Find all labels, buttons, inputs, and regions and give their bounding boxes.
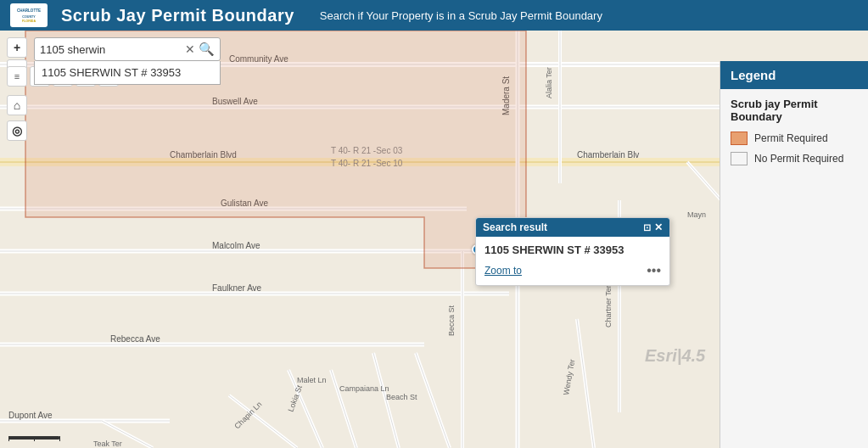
legend-item-no-permit: No Permit Required [731,152,858,165]
svg-text:Faulkner Ave: Faulkner Ave [212,283,262,293]
legend-label-permit-required: Permit Required [754,132,828,144]
popup-resize-button[interactable]: ⊡ [643,222,651,233]
popup-more-options[interactable]: ••• [647,263,661,278]
legend-header: Legend [720,61,868,89]
zoom-in-button[interactable]: + [7,37,27,58]
svg-text:Teak Ter: Teak Ter [93,440,122,448]
svg-text:Rebecca Ave: Rebecca Ave [110,334,160,344]
search-box[interactable]: ✕ 🔍 [34,37,221,61]
legend-title: Scrub jay Permit Boundary [731,98,858,123]
svg-text:FLORIDA: FLORIDA [22,20,36,23]
search-area: ✕ 🔍 1105 SHERWIN ST # 33953 [34,37,221,85]
legend-swatch-required [731,132,748,145]
svg-text:Mayn: Mayn [687,210,706,219]
svg-text:Malcolm Ave: Malcolm Ave [212,241,260,250]
svg-text:COUNTY: COUNTY [22,15,36,19]
svg-text:Chartner Ter: Chartner Ter [604,285,613,328]
logo-area: CHARLOTTE COUNTY FLORIDA [10,3,48,27]
app-header: CHARLOTTE COUNTY FLORIDA Scrub Jay Permi… [0,0,868,31]
popup-body: 1105 SHERWIN ST # 33953 Zoom to ••• [476,237,669,285]
layer-tool-button[interactable]: ≡ [7,66,27,87]
app-title: Scrub Jay Permit Boundary [61,6,294,25]
locate-button[interactable]: ◎ [7,120,27,141]
search-clear-button[interactable]: ✕ [185,42,195,56]
popup-title: Search result [483,221,547,233]
search-submit-button[interactable]: 🔍 [199,42,215,57]
svg-text:Dupont Ave: Dupont Ave [8,411,53,420]
popup-footer: Zoom to ••• [484,263,661,278]
svg-text:CHARLOTTE: CHARLOTTE [17,8,41,13]
svg-rect-67 [34,436,35,441]
autocomplete-dropdown[interactable]: 1105 SHERWIN ST # 33953 [34,61,221,85]
map-container[interactable]: Community Ave Buswell Ave Chamberlain Bl… [0,31,868,448]
svg-rect-68 [8,436,9,441]
popup-close-button[interactable]: ✕ [654,221,663,233]
zoom-to-link[interactable]: Zoom to [484,265,522,277]
svg-text:Alalia Ter: Alalia Ter [545,67,553,98]
charlotte-county-logo: CHARLOTTE COUNTY FLORIDA [10,3,48,27]
legend-panel: Legend Scrub jay Permit Boundary Permit … [720,61,868,448]
legend-item-permit-required: Permit Required [731,132,858,145]
svg-text:Becca St: Becca St [447,305,456,336]
popup-controls: ⊡ ✕ [643,221,663,233]
home-button[interactable]: ⌂ [7,95,27,115]
svg-rect-69 [59,436,60,441]
svg-text:Chamberlain Blv: Chamberlain Blv [577,150,639,160]
popup-address: 1105 SHERWIN ST # 33953 [484,244,661,256]
search-result-popup: Search result ⊡ ✕ 1105 SHERWIN ST # 3395… [475,217,670,286]
svg-text:Esri|4.5: Esri|4.5 [645,346,706,365]
popup-header: Search result ⊡ ✕ [476,218,669,237]
svg-text:Campaiana Ln: Campaiana Ln [339,384,389,393]
svg-text:Malet Ln: Malet Ln [297,376,327,384]
svg-text:Beach St: Beach St [386,393,417,401]
legend-label-no-permit: No Permit Required [754,153,843,165]
search-input[interactable] [40,43,185,56]
legend-swatch-no-permit [731,152,748,165]
header-subtitle: Search if Your Property is in a Scrub Ja… [320,9,602,22]
legend-content: Scrub jay Permit Boundary Permit Require… [720,89,868,181]
